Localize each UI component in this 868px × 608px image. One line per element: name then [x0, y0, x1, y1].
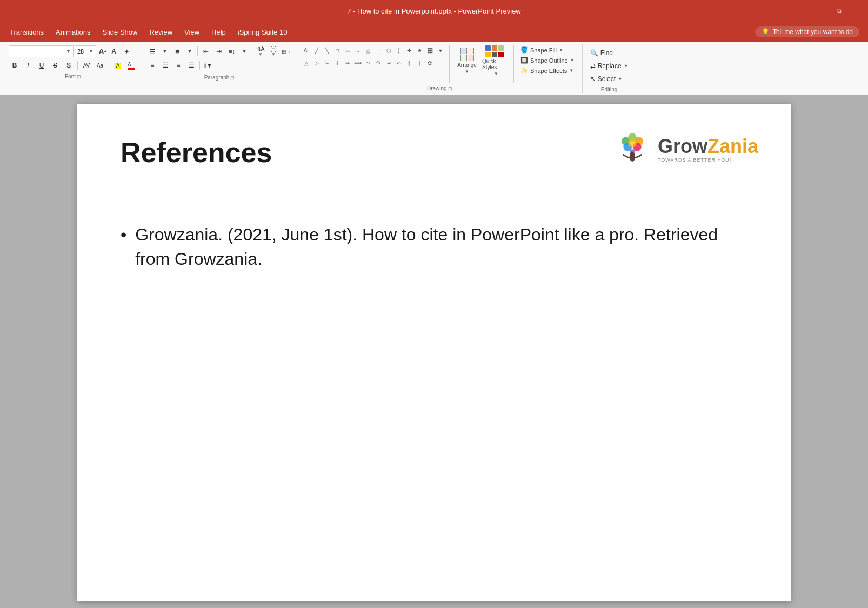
arrow-shape[interactable]: → — [373, 45, 383, 55]
replace-dropdown[interactable]: ▼ — [624, 63, 629, 69]
shape-s12[interactable]: ⟧ — [415, 58, 424, 68]
arrange-dropdown[interactable]: ▼ — [465, 69, 469, 74]
shape-s9[interactable]: ⤻ — [384, 58, 393, 68]
increase-font-button[interactable]: A+ — [97, 46, 108, 57]
select-dropdown[interactable]: ▼ — [618, 76, 623, 82]
more-shapes-btn[interactable]: ⊞ — [425, 45, 435, 55]
find-icon: 🔍 — [590, 49, 598, 57]
shapes-row-1: A⃞ ╱ ╲ □ ▭ ○ △ → ⬠ ⟩ ✚ ★ ⊞ ▼ — [302, 45, 446, 56]
line2-shape[interactable]: ╲ — [322, 45, 332, 55]
bullet-text: Growzania. (2021, June 1st). How to cite… — [135, 223, 747, 271]
char-spacing-button[interactable]: AV — [81, 59, 92, 71]
shape-s1[interactable]: △ — [302, 58, 311, 68]
highlight-button[interactable]: A — [112, 59, 124, 71]
change-case-button[interactable]: Aa — [94, 59, 106, 71]
menu-view[interactable]: View — [179, 25, 205, 39]
shape-outline-button[interactable]: 🔲 Shape Outline ▼ — [517, 56, 578, 65]
plus-shape[interactable]: ✚ — [404, 45, 414, 55]
shape-outline-dropdown[interactable]: ▼ — [570, 58, 575, 63]
logo-text-area: GrowZania TOWARDS A BETTER YOU! — [658, 137, 758, 163]
font-name-box[interactable]: ▼ — [9, 45, 74, 57]
oval-shape[interactable]: ○ — [353, 45, 363, 55]
menu-help[interactable]: Help — [206, 25, 231, 39]
numbering-dropdown[interactable]: ▼ — [184, 46, 195, 57]
arrange-button[interactable]: Arrange ▼ — [453, 45, 481, 76]
tell-me-text: Tell me what you want to do — [773, 28, 853, 36]
paragraph-group-expand-icon[interactable]: ⊡ — [230, 75, 235, 81]
shape-fill-icon: 🪣 — [520, 46, 528, 54]
bold-button[interactable]: B — [9, 59, 21, 71]
quick-styles-button[interactable]: Quick Styles ▼ — [482, 45, 510, 76]
justify-button[interactable]: ☰ — [185, 59, 197, 71]
select-button[interactable]: ↖ Select ▼ — [587, 74, 626, 84]
menu-ispring[interactable]: iSpring Suite 10 — [232, 25, 293, 39]
shape-effects-button[interactable]: ✨ Shape Effects ▼ — [517, 66, 578, 75]
divider — [77, 61, 78, 70]
line-spacing-button[interactable]: ≡↕ — [226, 45, 238, 57]
rounded-rect-shape[interactable]: ▭ — [343, 45, 352, 55]
star5-shape[interactable]: ★ — [415, 45, 424, 55]
align-center-button[interactable]: ☰ — [159, 59, 171, 71]
text-box-shape[interactable]: A⃞ — [302, 45, 311, 55]
drawing-group-expand-icon[interactable]: ⊡ — [448, 86, 452, 91]
numbering-button[interactable]: ≡ — [171, 45, 183, 57]
logo-tagline: TOWARDS A BETTER YOU! — [658, 157, 758, 163]
columns-button[interactable]: ⫴▼ — [202, 59, 214, 71]
minimize-button[interactable]: — — [849, 4, 864, 17]
slide-title: References — [121, 136, 272, 169]
bullets-dropdown[interactable]: ▼ — [159, 46, 170, 57]
chevron-shape[interactable]: ⟩ — [394, 45, 404, 55]
shape-s13[interactable]: ✿ — [425, 58, 435, 68]
menu-review[interactable]: Review — [144, 25, 178, 39]
menu-slideshow[interactable]: Slide Show — [97, 25, 143, 39]
shape-s10[interactable]: ⤺ — [394, 58, 404, 68]
underline-button[interactable]: U — [36, 59, 48, 71]
font-color-button[interactable]: A — [125, 59, 137, 71]
restore-button[interactable]: ⧉ — [831, 4, 846, 17]
line-shape[interactable]: ╱ — [312, 45, 322, 55]
shape-s4[interactable]: ⤸ — [332, 58, 342, 68]
shapes-dropdown[interactable]: ▼ — [435, 45, 446, 56]
shape-fill-label: Shape Fill — [530, 47, 557, 54]
line-spacing-dropdown[interactable]: ▼ — [239, 46, 250, 57]
align-text-button[interactable]: [≡] ▼ — [268, 45, 279, 57]
quick-styles-dropdown[interactable]: ▼ — [494, 71, 498, 76]
shape-s11[interactable]: ⟦ — [404, 58, 414, 68]
ribbon-drawing-group: A⃞ ╱ ╲ □ ▭ ○ △ → ⬠ ⟩ ✚ ★ ⊞ ▼ △ ▷ — [297, 44, 583, 93]
font-size-dropdown-icon: ▼ — [89, 49, 94, 54]
replace-icon: ⇄ — [590, 62, 596, 70]
decrease-font-button[interactable]: A- — [109, 46, 120, 57]
tell-me-box[interactable]: 💡 Tell me what you want to do — [755, 26, 859, 37]
menu-transitions[interactable]: Transitions — [4, 25, 49, 39]
strikethrough-button[interactable]: S — [49, 59, 61, 71]
shadow-button[interactable]: S — [63, 59, 75, 71]
font-group-expand-icon[interactable]: ⊡ — [77, 74, 81, 79]
increase-indent-button[interactable]: ⇥ — [213, 45, 225, 57]
menu-animations[interactable]: Animations — [50, 25, 96, 39]
convert-smartart-button[interactable]: ⊞→ — [281, 45, 292, 57]
shape-fill-dropdown[interactable]: ▼ — [559, 48, 563, 52]
italic-button[interactable]: I — [22, 59, 34, 71]
shape-effects-dropdown[interactable]: ▼ — [569, 68, 573, 73]
find-button[interactable]: 🔍 Find — [587, 48, 616, 58]
logo-icon-svg — [613, 131, 651, 169]
shape-s2[interactable]: ▷ — [312, 58, 322, 68]
text-direction-button[interactable]: ⇅A ▼ — [255, 45, 266, 57]
align-left-button[interactable]: ≡ — [146, 59, 158, 71]
rect-shape[interactable]: □ — [332, 45, 342, 55]
triangle-shape[interactable]: △ — [363, 45, 373, 55]
bullets-button[interactable]: ☰ — [146, 45, 158, 57]
shape-s3[interactable]: ⤷ — [322, 58, 332, 68]
shape-s8[interactable]: ↷ — [373, 58, 383, 68]
shape-fill-button[interactable]: 🪣 Shape Fill ▼ — [517, 45, 578, 55]
shape-s7[interactable]: ⤳ — [363, 58, 373, 68]
font-size-box[interactable]: 28 ▼ — [75, 45, 96, 57]
shape-properties-group: 🪣 Shape Fill ▼ 🔲 Shape Outline ▼ ✨ Shape… — [517, 45, 578, 75]
decrease-indent-button[interactable]: ⇤ — [200, 45, 212, 57]
pentagon-shape[interactable]: ⬠ — [384, 45, 393, 55]
shape-s6[interactable]: ⟹ — [353, 58, 363, 68]
clear-format-button[interactable]: ✦ — [121, 46, 132, 57]
replace-button[interactable]: ⇄ Replace ▼ — [587, 61, 632, 71]
shape-s5[interactable]: ⇒ — [343, 58, 352, 68]
align-right-button[interactable]: ≡ — [172, 59, 184, 71]
